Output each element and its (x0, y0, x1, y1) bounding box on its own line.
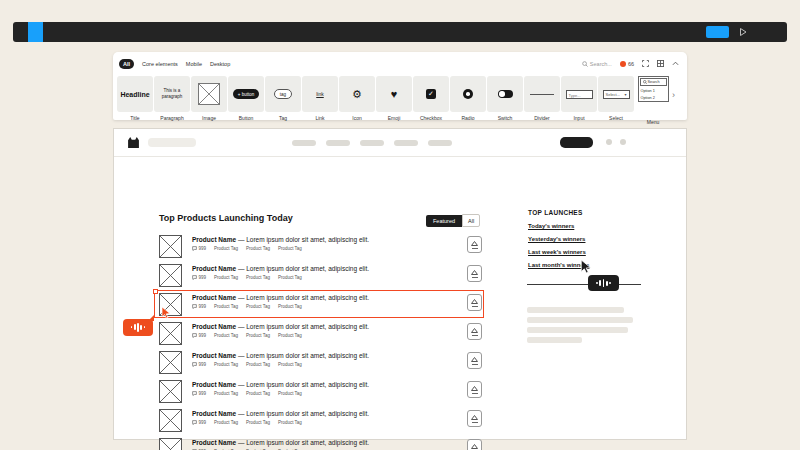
tab-mobile[interactable]: Mobile (186, 61, 202, 67)
text-placeholder (527, 317, 633, 323)
filter-segmented-control: Featured All (426, 214, 480, 227)
component-checkbox[interactable]: ✓ Checkbox (413, 76, 449, 121)
product-tag[interactable]: Product Tag (214, 362, 238, 367)
product-row[interactable]: Product Name — Lorem ipsum dolor sit ame… (159, 293, 482, 322)
search-input[interactable]: Search... (582, 61, 612, 67)
component-button[interactable]: + button Button (228, 76, 264, 121)
sidebar-link-last-week[interactable]: Last week's winners (528, 249, 586, 255)
sidebar-link-yesterday[interactable]: Yesterday's winners (528, 236, 585, 242)
filter-all[interactable]: All (462, 214, 480, 227)
nav-placeholder-links[interactable] (292, 140, 452, 146)
product-tag[interactable]: Product Tag (246, 275, 270, 280)
comment-count: 999 (192, 362, 206, 367)
cat-logo-icon[interactable] (127, 137, 140, 148)
product-row[interactable]: Product Name — Lorem ipsum dolor sit ame… (159, 438, 482, 450)
product-tag[interactable]: Product Tag (246, 304, 270, 309)
voice-chat-pill-black (588, 275, 619, 291)
component-divider[interactable]: Divider (524, 76, 560, 121)
product-row[interactable]: Product Name — Lorem ipsum dolor sit ame… (159, 235, 482, 264)
upvote-count-placeholder (472, 277, 478, 278)
product-tag[interactable]: Product Tag (278, 362, 302, 367)
product-tag[interactable]: Product Tag (246, 333, 270, 338)
product-tag[interactable]: Product Tag (278, 391, 302, 396)
filter-featured[interactable]: Featured (426, 215, 462, 227)
radio-icon (463, 89, 473, 99)
upvote-count-placeholder (472, 422, 478, 423)
comment-count: 999 (192, 333, 206, 338)
upvote-button[interactable] (467, 381, 482, 398)
product-tag[interactable]: Product Tag (278, 246, 302, 251)
product-tag[interactable]: Product Tag (246, 420, 270, 425)
component-tag[interactable]: tag Tag (265, 76, 301, 121)
component-link[interactable]: link Link (302, 76, 338, 121)
header-search-placeholder[interactable] (148, 138, 196, 147)
component-input[interactable]: Type... Input (561, 76, 597, 121)
product-tag[interactable]: Product Tag (214, 333, 238, 338)
comment-icon (192, 420, 197, 425)
product-tag[interactable]: Product Tag (246, 246, 270, 251)
component-icon[interactable]: ⚙ Icon (339, 76, 375, 121)
product-tag[interactable]: Product Tag (214, 420, 238, 425)
upvote-button[interactable] (467, 323, 482, 340)
expand-icon[interactable] (642, 60, 649, 67)
upvote-button[interactable] (467, 236, 482, 253)
tab-desktop[interactable]: Desktop (210, 61, 230, 67)
collaborator-cursor-black (580, 260, 593, 274)
upvote-button[interactable] (467, 265, 482, 282)
product-row[interactable]: Product Name — Lorem ipsum dolor sit ame… (159, 351, 482, 380)
upvote-button[interactable] (467, 294, 482, 311)
component-radio[interactable]: Radio (450, 76, 486, 121)
product-tag[interactable]: Product Tag (214, 246, 238, 251)
product-row[interactable]: Product Name — Lorem ipsum dolor sit ame… (159, 322, 482, 351)
share-button[interactable] (706, 26, 729, 38)
comment-count: 999 (192, 304, 206, 309)
product-row[interactable]: Product Name — Lorem ipsum dolor sit ame… (159, 264, 482, 293)
component-paragraph[interactable]: This is a paragraph Paragraph (154, 76, 190, 121)
product-tag[interactable]: Product Tag (278, 333, 302, 338)
page-header (114, 129, 686, 157)
product-tag[interactable]: Product Tag (214, 304, 238, 309)
product-tags: Product TagProduct TagProduct Tag (214, 362, 302, 367)
active-tab-indicator[interactable] (28, 22, 43, 42)
product-tag[interactable]: Product Tag (278, 420, 302, 425)
product-tag[interactable]: Product Tag (214, 391, 238, 396)
notification-badge[interactable]: 66 (620, 61, 634, 67)
component-image[interactable]: Image (191, 76, 227, 121)
product-row[interactable]: Product Name — Lorem ipsum dolor sit ame… (159, 409, 482, 438)
upvote-button[interactable] (467, 439, 482, 450)
product-row[interactable]: Product Name — Lorem ipsum dolor sit ame… (159, 380, 482, 409)
product-tag[interactable]: Product Tag (278, 275, 302, 280)
checkbox-icon: ✓ (426, 89, 436, 99)
product-title: Product Name — Lorem ipsum dolor sit ame… (192, 410, 369, 417)
upvote-button[interactable] (467, 352, 482, 369)
comment-count: 999 (192, 275, 206, 280)
product-tag[interactable]: Product Tag (246, 391, 270, 396)
component-title[interactable]: Headline Title (117, 76, 153, 121)
product-tags: Product TagProduct TagProduct Tag (214, 333, 302, 338)
play-icon[interactable] (739, 28, 747, 36)
component-emoji[interactable]: ♥ Emoji (376, 76, 412, 121)
header-cta-button[interactable] (560, 137, 593, 148)
collaborator-cursor-orange (161, 307, 172, 319)
tab-all[interactable]: All (119, 59, 134, 69)
text-placeholder (527, 307, 624, 313)
chevron-up-icon[interactable] (672, 61, 679, 66)
scroll-next-chevron[interactable]: › (672, 90, 678, 100)
sidebar-link-today[interactable]: Today's winners (528, 223, 574, 229)
notification-count: 66 (628, 61, 634, 67)
product-tag[interactable]: Product Tag (246, 362, 270, 367)
gear-icon: ⚙ (352, 89, 362, 100)
product-tag[interactable]: Product Tag (278, 304, 302, 309)
grid-icon[interactable] (657, 60, 664, 67)
headline-preview: Headline (120, 91, 149, 98)
header-dot-2 (620, 139, 626, 145)
upvote-count-placeholder (472, 248, 478, 249)
upvote-arrow-icon (471, 328, 478, 333)
component-switch[interactable]: Switch (487, 76, 523, 121)
component-menu[interactable]: Search Option 1 Option 2 Menu (635, 76, 671, 125)
component-select[interactable]: Select...▾ Select (598, 76, 634, 121)
menu-preview: Search Option 1 Option 2 (638, 76, 669, 102)
upvote-button[interactable] (467, 410, 482, 427)
tab-core-elements[interactable]: Core elements (142, 61, 178, 67)
product-tag[interactable]: Product Tag (214, 275, 238, 280)
